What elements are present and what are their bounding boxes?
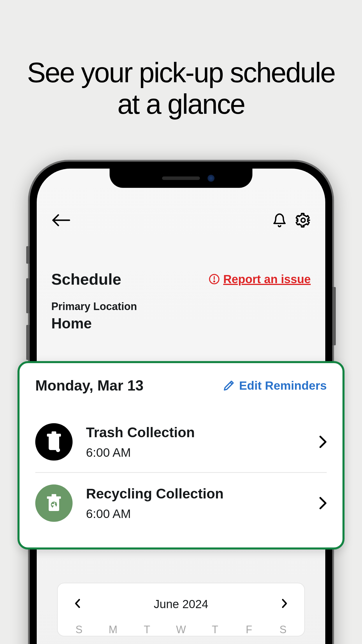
phone-side-button — [26, 246, 30, 264]
svg-line-5 — [230, 382, 232, 384]
svg-point-4 — [214, 281, 215, 282]
collection-details: Trash Collection 6:00 AM — [86, 424, 306, 460]
day-header: T — [208, 624, 222, 636]
notifications-button[interactable] — [272, 212, 287, 229]
svg-point-1 — [301, 218, 305, 222]
calendar-month-label: June 2024 — [154, 598, 208, 611]
day-header: S — [276, 624, 290, 636]
calendar-prev-button[interactable] — [72, 596, 83, 612]
phone-side-button — [26, 325, 30, 360]
title-row: Schedule Report an issue — [51, 270, 311, 288]
day-header: S — [72, 624, 86, 636]
calendar-next-button[interactable] — [279, 596, 290, 612]
collection-title: Recycling Collection — [86, 486, 306, 502]
location-value: Home — [51, 315, 311, 332]
report-issue-label: Report an issue — [223, 273, 311, 286]
collection-details: Recycling Collection 6:00 AM — [86, 486, 306, 521]
collection-time: 6:00 AM — [86, 446, 306, 460]
phone-side-button — [332, 287, 336, 345]
phone-camera — [208, 175, 215, 182]
day-header: W — [174, 624, 188, 636]
edit-reminders-link[interactable]: Edit Reminders — [223, 379, 327, 393]
top-bar — [51, 201, 311, 241]
chevron-left-icon — [75, 598, 80, 608]
marketing-headline: See your pick-up schedule at a glance — [0, 0, 362, 120]
collection-time: 6:00 AM — [86, 507, 306, 521]
calendar-day-headers: S M T W T F S — [72, 624, 290, 636]
trash-icon — [35, 423, 73, 461]
report-issue-link[interactable]: Report an issue — [209, 273, 311, 286]
svg-rect-12 — [52, 494, 56, 497]
calendar-card: June 2024 S M T W T F S — [57, 583, 305, 636]
edit-reminders-label: Edit Reminders — [239, 379, 327, 393]
chevron-right-icon — [319, 497, 327, 510]
svg-point-9 — [56, 448, 60, 452]
calendar-header: June 2024 — [72, 596, 290, 612]
gear-icon — [296, 213, 311, 228]
chevron-right-icon — [319, 435, 327, 448]
day-header: F — [242, 624, 256, 636]
back-button[interactable] — [51, 213, 71, 228]
schedule-card: Monday, Mar 13 Edit Reminders Trash Coll… — [17, 361, 345, 550]
collection-row-recycle[interactable]: Recycling Collection 6:00 AM — [35, 472, 327, 533]
svg-rect-10 — [49, 498, 59, 511]
svg-rect-8 — [52, 431, 56, 434]
phone-notch — [110, 169, 252, 188]
day-header: T — [140, 624, 154, 636]
day-header: M — [106, 624, 120, 636]
collection-title: Trash Collection — [86, 424, 306, 440]
svg-rect-6 — [49, 435, 59, 450]
chevron-right-icon — [282, 598, 287, 608]
phone-side-button — [26, 278, 30, 313]
alert-circle-icon — [209, 274, 220, 285]
schedule-date: Monday, Mar 13 — [35, 377, 143, 394]
recycle-icon — [35, 484, 73, 522]
collection-row-trash[interactable]: Trash Collection 6:00 AM — [35, 412, 327, 472]
location-label: Primary Location — [51, 300, 311, 313]
bell-icon — [272, 212, 287, 228]
schedule-card-header: Monday, Mar 13 Edit Reminders — [35, 377, 327, 394]
arrow-left-icon — [51, 213, 71, 227]
page-title: Schedule — [51, 270, 121, 288]
phone-speaker — [162, 176, 200, 180]
settings-button[interactable] — [296, 213, 311, 229]
pencil-icon — [223, 379, 235, 392]
